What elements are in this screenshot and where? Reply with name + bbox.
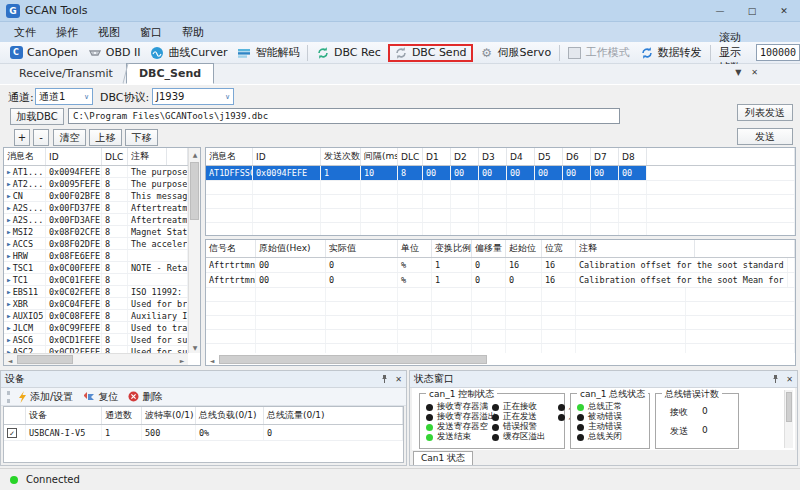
servo-button[interactable]: ⚙ 伺服Servo	[475, 43, 557, 62]
column-header[interactable]: D8	[619, 148, 647, 165]
message-row[interactable]: ▶XBR0x0C04FEFE8Used for brake c	[4, 298, 188, 310]
move-up-button[interactable]: 上移	[89, 129, 122, 146]
clear-button[interactable]: 清空	[53, 129, 86, 146]
message-row[interactable]: ▶ASC20x0CD2FEFE8Used for suspens	[4, 346, 188, 353]
column-header[interactable]: ID	[46, 148, 102, 165]
tab-close-icon[interactable]: ✕	[751, 68, 758, 77]
message-list-hscrollbar[interactable]: ◄ ►	[4, 353, 188, 365]
message-row[interactable]: ▶EBS110x0C02FEFE8ISO 11992: Towin	[4, 286, 188, 298]
column-header[interactable]: 波特率(0/1)	[142, 407, 196, 424]
menu-item[interactable]: 窗口	[130, 22, 172, 42]
scroll-left-icon[interactable]: ◄	[4, 354, 16, 366]
message-row[interactable]: ▶HRW0x08FE6EFE8	[4, 250, 188, 262]
message-row[interactable]: ▶AUXIO50x0C08FEFE8Auxiliary Input/	[4, 310, 188, 322]
tab-menu-icon[interactable]: ▼	[735, 68, 741, 77]
expand-icon[interactable]: ▶	[7, 180, 11, 187]
add-row-button[interactable]: +	[14, 129, 30, 146]
canopen-button[interactable]: C CanOpen	[4, 44, 83, 62]
message-row[interactable]: ▶A2S...0x00FD3AFE8Aftertreatment 2	[4, 214, 188, 226]
dbc-path-box[interactable]: C:\Program Files\GCANTools\j1939.dbc	[68, 108, 620, 124]
column-header[interactable]: 单位	[398, 240, 432, 257]
column-header[interactable]: 总线流量(0/1)	[264, 407, 403, 424]
column-header[interactable]: 间隔(ms)	[361, 148, 398, 165]
column-header[interactable]: 变换比例	[432, 240, 472, 257]
expand-icon[interactable]: ▶	[7, 288, 11, 295]
column-header[interactable]: 注释	[576, 240, 695, 257]
pin-icon[interactable]	[771, 374, 780, 384]
channel-select[interactable]: 通道1∨	[35, 88, 93, 105]
expand-icon[interactable]: ▶	[7, 336, 11, 343]
list-send-button[interactable]: 列表发送	[737, 104, 793, 121]
maximize-button[interactable]: □	[736, 0, 768, 21]
dbc-rec-button[interactable]: DBC Rec	[311, 44, 386, 62]
dbc-send-button[interactable]: DBC Send	[388, 44, 473, 62]
scroll-right-icon[interactable]: ►	[205, 354, 206, 366]
scroll-down-icon[interactable]: ▼	[189, 341, 201, 353]
column-header[interactable]: 设备	[26, 407, 102, 424]
message-row[interactable]: ▶JLCM0x0C99FEFE8Used to transfer	[4, 322, 188, 334]
data-forward-button[interactable]: 数据转发	[635, 43, 707, 62]
panel-close-icon[interactable]: ✕	[786, 375, 793, 384]
status-vscrollbar[interactable]	[784, 390, 793, 448]
pin-icon[interactable]	[380, 374, 389, 384]
column-header[interactable]: D2	[451, 148, 479, 165]
menu-item[interactable]: 操作	[46, 22, 88, 42]
message-row[interactable]: ▶MSI20x08F02CFE8Magnet Status In	[4, 226, 188, 238]
message-row[interactable]: ▶AT2...0x0095FEFE8The purpose of t	[4, 178, 188, 190]
tab-dbc-send[interactable]: DBC_Send	[126, 63, 214, 84]
checkbox[interactable]: ✓	[7, 428, 17, 438]
menu-item[interactable]: 帮助	[172, 22, 214, 42]
column-header[interactable]: ID	[253, 148, 321, 165]
scroll-thumb[interactable]	[190, 162, 199, 220]
expand-icon[interactable]: ▶	[7, 240, 11, 247]
expand-icon[interactable]: ▶	[7, 204, 11, 211]
column-header[interactable]: D5	[535, 148, 563, 165]
message-row[interactable]: ▶CN0x00F02BFE8This message is	[4, 190, 188, 202]
menu-item[interactable]: 文件	[4, 22, 46, 42]
remove-row-button[interactable]: -	[33, 129, 49, 146]
column-header[interactable]: 位宽	[542, 240, 576, 257]
expand-icon[interactable]: ▶	[7, 300, 11, 307]
panel-close-icon[interactable]: ✕	[395, 375, 402, 384]
message-row[interactable]: ▶TSC10x0C00FEFE8NOTE - Retarder	[4, 262, 188, 274]
device-reset-button[interactable]: 复位	[79, 390, 122, 404]
column-header[interactable]: 注释	[128, 148, 167, 165]
scroll-thumb[interactable]	[786, 392, 792, 422]
device-add-button[interactable]: 添加/设置	[14, 390, 77, 404]
expand-icon[interactable]: ▶	[7, 264, 11, 271]
scroll-thumb[interactable]	[219, 355, 487, 364]
column-header[interactable]: 发送次数	[321, 148, 361, 165]
column-header[interactable]: 起始位	[506, 240, 542, 257]
tab-receive-transmit[interactable]: Receive/Transmit	[3, 63, 128, 84]
scroll-thumb[interactable]	[17, 355, 73, 364]
scroll-up-icon[interactable]: ▲	[189, 148, 201, 160]
expand-icon[interactable]: ▶	[7, 312, 11, 319]
column-header[interactable]: D6	[563, 148, 591, 165]
column-header[interactable]: DLC	[102, 148, 128, 165]
signal-row[interactable]: Aftrtrtmn...000%101616Calibration offset…	[206, 258, 795, 273]
column-header[interactable]: 原始值(Hex)	[256, 240, 326, 257]
message-row[interactable]: ▶ACCS0x08F02DFE8The acceleratio	[4, 238, 188, 250]
column-header[interactable]: D7	[591, 148, 619, 165]
decode-button[interactable]: 智能解码	[232, 43, 304, 62]
message-row[interactable]: ▶TC10x0C01FEFE8	[4, 274, 188, 286]
signal-row[interactable]: Aftrtrtmn...000%10016Calibration offset …	[206, 273, 795, 288]
obd2-button[interactable]: OBD II	[83, 44, 146, 62]
expand-icon[interactable]: ▶	[7, 228, 11, 235]
message-row[interactable]: ▶AT1...0x0094FEFE8The purpose of t	[4, 166, 188, 178]
scroll-left-icon[interactable]: ◄	[206, 354, 218, 366]
send-row-selected[interactable]: AT1DFFSSC0x0094FEFE11080000000000000000	[206, 166, 795, 181]
column-header[interactable]: 消息名	[206, 148, 253, 165]
expand-icon[interactable]: ▶	[7, 276, 11, 283]
expand-icon[interactable]: ▶	[7, 192, 11, 199]
protocol-select[interactable]: J1939∨	[152, 88, 234, 105]
load-dbc-button[interactable]: 加载DBC	[10, 108, 64, 125]
send-button[interactable]: 发送	[737, 128, 793, 145]
expand-icon[interactable]: ▶	[7, 168, 11, 175]
move-down-button[interactable]: 下移	[125, 129, 158, 146]
column-header[interactable]: 信号名	[206, 240, 256, 257]
column-header[interactable]: D3	[479, 148, 507, 165]
device-row[interactable]: ✓USBCAN-I-V515000%0	[4, 425, 403, 441]
expand-icon[interactable]: ▶	[7, 216, 11, 223]
column-header[interactable]: 偏移量	[472, 240, 506, 257]
